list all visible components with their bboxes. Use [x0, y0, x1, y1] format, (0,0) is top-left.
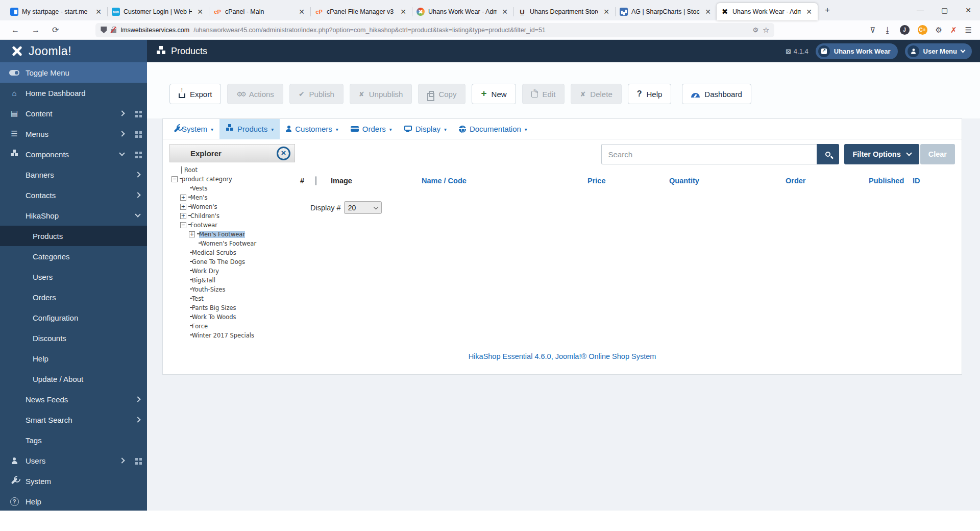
collapse-minus-icon[interactable]: − — [180, 222, 186, 228]
tree-item-pants-big-sizes[interactable]: Pants Big Sizes — [172, 303, 295, 312]
joomla-extension-icon[interactable]: ✗ — [950, 26, 957, 35]
sidebar-item-tags[interactable]: Tags — [0, 430, 147, 450]
tree-item-root[interactable]: Root — [172, 165, 295, 175]
user-menu-button[interactable]: User Menu — [905, 43, 972, 59]
tree-item-product-category[interactable]: −product category — [172, 175, 295, 184]
tree-item-medical-scrubs[interactable]: Medical Scrubs — [172, 248, 295, 257]
account-extension-icon[interactable]: J — [900, 25, 910, 35]
tab-close-icon[interactable]: ✕ — [500, 8, 509, 16]
sidebar-item-content[interactable]: ▤Content — [0, 103, 147, 124]
forward-icon[interactable]: → — [26, 26, 46, 35]
hikashop-menu-customers[interactable]: Customers▾ — [280, 119, 345, 139]
bookmark-star-icon[interactable]: ☆ — [763, 26, 769, 35]
sidebar-item-configuration[interactable]: Configuration — [0, 307, 147, 328]
sidebar-item-users[interactable]: Users — [0, 450, 147, 471]
column-header-published[interactable]: Published — [869, 177, 913, 185]
explorer-close-icon[interactable]: × — [277, 147, 290, 160]
sidebar-item-components[interactable]: Components — [0, 144, 147, 164]
tab-uhans-work-wear-administ-7[interactable]: ✖Uhans Work Wear - Administ✕ — [717, 3, 818, 20]
toolbar-button-help[interactable]: ?Help — [628, 84, 672, 104]
hikashop-menu-orders[interactable]: Orders▾ — [345, 119, 398, 139]
sidebar-item-users[interactable]: Users — [0, 267, 147, 287]
sidebar-item-orders[interactable]: Orders — [0, 287, 147, 307]
column-header-order[interactable]: Order — [786, 177, 869, 185]
tab-close-icon[interactable]: ✕ — [297, 8, 306, 16]
tab-close-icon[interactable]: ✕ — [703, 8, 713, 16]
tree-item-footwear[interactable]: −Footwear — [172, 221, 295, 230]
column-header-name-code[interactable]: Name / Code — [422, 177, 587, 185]
tab-close-icon[interactable]: ✕ — [602, 8, 611, 16]
tree-item-work-dry[interactable]: Work Dry — [172, 267, 295, 276]
tab-close-icon[interactable]: ✕ — [804, 8, 814, 16]
extension-c-icon[interactable]: C+ — [918, 25, 927, 35]
toolbar-button-dashboard[interactable]: Dashboard — [682, 84, 751, 104]
search-input[interactable] — [601, 144, 817, 164]
dashboard-grid-icon[interactable] — [135, 152, 138, 154]
tree-item-winter-2017-specials[interactable]: Winter 2017 Specials — [172, 331, 295, 340]
tab-cpanel-main-2[interactable]: cPcPanel - Main✕ — [209, 3, 310, 20]
hikashop-menu-display[interactable]: Display▾ — [398, 119, 453, 139]
sidebar-item-smart-search[interactable]: Smart Search — [0, 409, 147, 430]
sidebar-item-banners[interactable]: Banners — [0, 164, 147, 185]
tab-close-icon[interactable]: ✕ — [94, 8, 103, 16]
sidebar-item-home-dashboard[interactable]: ⌂Home Dashboard — [0, 83, 147, 103]
search-button[interactable] — [817, 144, 839, 164]
hikashop-menu-documentation[interactable]: Documentation▾ — [453, 119, 533, 139]
tree-item-big-tall[interactable]: Big&Tall — [172, 276, 295, 285]
select-all-checkbox[interactable] — [315, 177, 331, 185]
tree-item-women-s-footwear[interactable]: Women's Footwear — [172, 239, 295, 248]
collapse-minus-icon[interactable]: − — [172, 176, 178, 182]
settings-extension-icon[interactable]: ⚙ — [936, 26, 942, 35]
dashboard-grid-icon[interactable] — [135, 458, 138, 461]
tree-item-children-s[interactable]: +Children's — [172, 211, 295, 221]
minimize-icon[interactable]: — — [908, 0, 933, 20]
hikashop-menu-products[interactable]: Products▾ — [219, 119, 280, 139]
site-preview-button[interactable]: Uhans Work Wear — [816, 43, 898, 59]
sidebar-item-contacts[interactable]: Contacts — [0, 185, 147, 205]
toolbar-button-new[interactable]: +New — [472, 84, 516, 104]
reload-icon[interactable]: ⟳ — [46, 25, 65, 35]
tree-item-youth-sizes[interactable]: Youth-Sizes — [172, 285, 295, 294]
display-count-select[interactable]: 20 — [344, 201, 382, 214]
column-header-price[interactable]: Price — [587, 177, 669, 185]
maximize-icon[interactable]: ▢ — [933, 0, 957, 20]
sidebar-item-categories[interactable]: Categories — [0, 246, 147, 267]
sidebar-item-products[interactable]: Products — [0, 226, 147, 246]
sidebar-item-menus[interactable]: ☰Menus — [0, 124, 147, 144]
checkbox-icon[interactable] — [315, 176, 316, 185]
address-bar[interactable]: lmswebsiteservices.com/uhansworkwear45.c… — [95, 23, 774, 37]
shield-icon[interactable] — [101, 27, 107, 33]
tree-item-men-s-footwear[interactable]: +Men's Footwear — [172, 230, 295, 239]
tree-item-test[interactable]: Test — [172, 294, 295, 303]
expand-plus-icon[interactable]: + — [180, 195, 186, 201]
sidebar-item-toggle-menu[interactable]: Toggle Menu — [0, 62, 147, 83]
tab-uhans-work-wear-administ-4[interactable]: ✖Uhans Work Wear - Administ✕ — [412, 3, 513, 20]
sidebar-item-system[interactable]: System — [0, 471, 147, 491]
tab-ag-sharpcharts-stockchart-6[interactable]: AG | SharpCharts | StockChart✕ — [616, 3, 717, 20]
filter-options-button[interactable]: Filter Options — [844, 144, 919, 164]
tab-my-startpage-start-me-0[interactable]: My startpage - start.me✕ — [6, 3, 107, 20]
back-icon[interactable]: ← — [5, 26, 26, 35]
tree-item-work-to-woods[interactable]: Work To Woods — [172, 312, 295, 322]
hikashop-footer-link[interactable]: HikaShop Essential 4.6.0, Joomla!® Onlin… — [469, 352, 656, 360]
new-tab-button[interactable]: + — [818, 5, 837, 15]
sidebar-item-hikashop[interactable]: HikaShop — [0, 205, 147, 226]
tab-close-icon[interactable]: ✕ — [399, 8, 408, 16]
sidebar-item-help[interactable]: ?Help — [0, 491, 147, 511]
tree-item-force[interactable]: Force — [172, 322, 295, 331]
column-header-quantity[interactable]: Quantity — [669, 177, 786, 185]
tree-item-men-s[interactable]: +Men's — [172, 193, 295, 202]
menu-icon[interactable]: ☰ — [965, 26, 972, 35]
tree-item-gone-to-the-dogs[interactable]: Gone To The Dogs — [172, 257, 295, 267]
tab-close-icon[interactable]: ✕ — [195, 8, 205, 16]
dashboard-grid-icon[interactable] — [135, 111, 138, 113]
tab-cpanel-file-manager-v3-3[interactable]: cPcPanel File Manager v3✕ — [311, 3, 412, 20]
close-icon[interactable]: ✕ — [957, 0, 980, 20]
sidebar-item-update-about[interactable]: Update / About — [0, 369, 147, 389]
save-page-icon[interactable]: ⊽ — [870, 26, 876, 35]
toolbar-button-export[interactable]: Export — [169, 84, 221, 104]
clear-button[interactable]: Clear — [920, 144, 955, 164]
tree-item-vests[interactable]: Vests — [172, 184, 295, 193]
hikashop-menu-system[interactable]: System▾ — [170, 119, 219, 139]
downloads-icon[interactable]: ⭳ — [884, 26, 892, 34]
